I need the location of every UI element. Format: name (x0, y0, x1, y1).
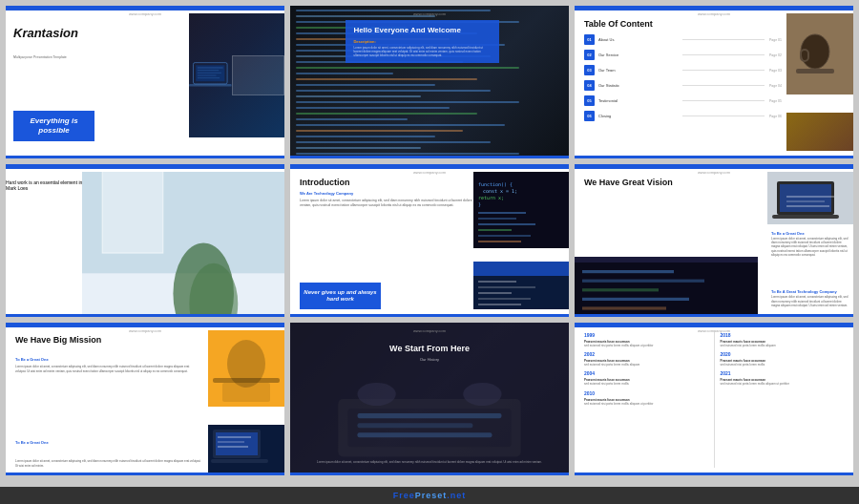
toc-divider (682, 54, 764, 55)
bottom-text: Lorem ipsum dolor sit amet, consectetuer… (15, 459, 203, 468)
toc-divider (682, 70, 764, 71)
intro-photo2-bg (473, 262, 569, 309)
svg-rect-14 (102, 172, 163, 253)
watermark-suffix: .net (447, 491, 466, 500)
svg-rect-42 (786, 205, 829, 207)
watermark: FreePreset.net (0, 487, 859, 504)
mission-photo1 (208, 330, 284, 407)
toc-label: Our Team (598, 68, 680, 73)
desc-label: Description: (353, 39, 492, 44)
great-label2: To Be A Great Technology Company (771, 289, 849, 294)
toc-photo2 (786, 113, 853, 151)
url-bar: www.company.com (413, 328, 446, 333)
slide-1: www.company.com Krantasion Multipurpose … (6, 6, 284, 158)
slide-3: www.company.com Table Of Content 01 Abou… (575, 6, 853, 158)
svg-rect-60 (218, 441, 244, 443)
svg-rect-38 (780, 184, 831, 212)
hello-text: Hello Everyone And Welcome (353, 26, 492, 35)
svg-rect-67 (357, 432, 492, 437)
mug-icon (786, 13, 853, 94)
svg-rect-66 (357, 423, 472, 428)
laptop-icon (189, 56, 232, 94)
toc-label: About Us (598, 37, 680, 42)
text-2018: sed euismod nisi porta lorem mollis aliq… (721, 344, 845, 347)
timeline-left: 1999 Praesent mauris fusce accumsan sed … (584, 332, 708, 468)
mission-title: We Have Big Mission (15, 336, 101, 346)
toc-photo1-bg (786, 13, 853, 94)
text-2002: sed euismod nisi porta lorem mollis aliq… (584, 363, 708, 367)
intro-title: Introduction (300, 178, 350, 187)
watermark-brand: Preset (415, 491, 448, 500)
vision-photo1-bg (767, 172, 853, 224)
toc-item: 04 Our Statistic Page 04 (584, 80, 782, 91)
svg-text:function() {: function() { (478, 181, 513, 187)
slide-title: Krantasion (13, 27, 78, 40)
slide-5: www.company.com Introduction We Are Tech… (290, 164, 569, 317)
slide-photo (189, 13, 284, 137)
url-bar: www.company.com (129, 328, 161, 333)
text-2021: sed euismod nisi porta lorem mollis aliq… (721, 382, 845, 386)
bottom-bar (575, 472, 853, 475)
room-illustration (82, 172, 284, 314)
toc-num: 04 (584, 80, 595, 91)
slide-9: www.company.com 1999 Praesent mauris fus… (575, 323, 853, 475)
slides-grid: www.company.com Krantasion Multipurpose … (0, 0, 859, 487)
top-bar (6, 164, 284, 169)
url-bar: www.company.com (129, 11, 161, 16)
bottom-bar (6, 156, 284, 158)
svg-point-9 (801, 34, 829, 69)
svg-rect-46 (582, 280, 704, 283)
svg-rect-27 (478, 235, 531, 237)
never-text: Never gives up and always hard work (304, 289, 377, 303)
bottom-bar (290, 472, 569, 475)
start-sub: Our History (420, 357, 439, 362)
mission-sub: To Be a Great One (15, 357, 49, 362)
svg-rect-45 (582, 270, 674, 273)
svg-rect-58 (211, 459, 268, 463)
svg-rect-35 (478, 304, 521, 305)
year-2020: 2020 (721, 351, 845, 357)
timeline-right: 2018 Praesent mauris fusce accumsan sed … (721, 332, 845, 468)
toc-num: 06 (584, 111, 595, 121)
toc-label: Testimonial (598, 98, 680, 103)
text-2010: sed euismod nisi porta lorem mollis aliq… (584, 402, 708, 406)
top-bar (6, 6, 284, 10)
svg-rect-57 (216, 432, 258, 455)
year-2021: 2021 (721, 370, 845, 376)
toc-page: Page 06 (769, 115, 782, 118)
desc-text: Lorem ipsum dolor sit amet, consectetuer… (353, 46, 492, 58)
svg-rect-30 (473, 262, 569, 276)
toc-item: 03 Our Team Page 03 (584, 65, 782, 75)
toc-item: 05 Testimonial Page 05 (584, 95, 782, 106)
toc-page: Page 02 (769, 53, 782, 57)
svg-rect-43 (575, 257, 758, 314)
vision-title: We Have Great Vision (584, 178, 673, 188)
year-2002: 2002 (584, 351, 708, 357)
toc-divider (682, 100, 764, 101)
hello-box: Hello Everyone And Welcome Description: … (346, 20, 499, 63)
tech-screen-icon (473, 262, 569, 309)
top-bar (575, 6, 853, 10)
svg-rect-65 (357, 413, 501, 418)
toc-item: 01 About Us Page 01 (584, 34, 782, 45)
great-label: To Be a Great One (15, 440, 49, 445)
top-bar (6, 323, 284, 327)
slide-8: www.company.com We Start From Here Our H… (290, 323, 569, 475)
section-divider (6, 170, 34, 172)
section-photo (82, 172, 284, 314)
bottom-bar (290, 314, 569, 317)
svg-rect-49 (582, 306, 666, 309)
svg-text:}: } (478, 201, 481, 207)
bottom-bar (575, 314, 853, 317)
text-1999: sed euismod nisi porta lorem mollis aliq… (584, 344, 708, 347)
vision-photo2-bg (575, 257, 758, 314)
toc-divider (682, 116, 764, 116)
toc-title: Table Of Content (584, 19, 653, 29)
toc-list: 01 About Us Page 01 02 Our Service Page … (584, 34, 782, 126)
year-1999: 1999 (584, 332, 708, 338)
mission-text: Lorem ipsum dolor sit amet, consectetuer… (15, 365, 199, 373)
year-2004: 2004 (584, 370, 708, 376)
top-bar (575, 323, 853, 327)
svg-point-53 (227, 340, 265, 388)
intro-photo1-bg: function() { const x = 1; return x; } (473, 172, 569, 248)
